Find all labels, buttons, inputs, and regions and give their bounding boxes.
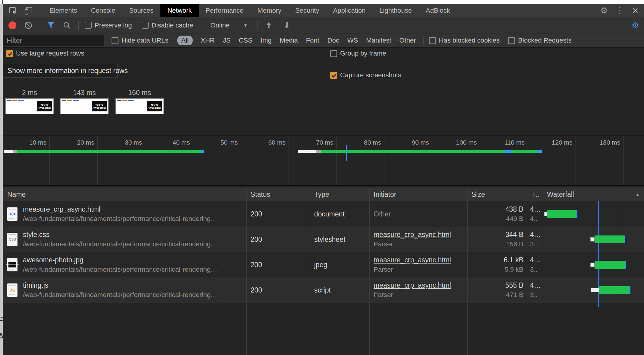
use-large-request-rows-label: Use large request rows (16, 50, 84, 57)
request-name: timing.js (23, 281, 217, 289)
filter-type-manifest[interactable]: Manifest (366, 37, 391, 44)
search-icon[interactable] (63, 21, 71, 30)
frame-screenshot[interactable]: You're Awesome! (60, 98, 109, 114)
cell-name: You're Awesome!awesome-photo.jpg/web-fun… (3, 252, 246, 277)
request-row[interactable]: <>measure_crp_async.html/web-fundamental… (3, 201, 644, 227)
frame-screenshot[interactable]: You're Awesome! (115, 98, 164, 114)
tab-memory[interactable]: Memory (251, 4, 288, 17)
filter-type-other[interactable]: Other (399, 37, 416, 44)
filter-type-xhr[interactable]: XHR (201, 37, 215, 44)
timeline-overview[interactable]: 10 ms20 ms30 ms40 ms50 ms60 ms70 ms80 ms… (3, 136, 644, 186)
file-icon-glyph: JS (10, 288, 15, 293)
hide-data-urls-checkbox[interactable] (112, 37, 118, 44)
tab-application[interactable]: Application (326, 4, 373, 17)
filter-type-js[interactable]: JS (223, 37, 231, 44)
hide-data-urls-label: Hide data URLs (122, 37, 168, 44)
filter-type-img[interactable]: Img (260, 37, 272, 44)
edge-letter: P (0, 314, 3, 326)
tab-performance[interactable]: Performance (199, 4, 251, 17)
column-header-initiator[interactable]: Initiator (369, 187, 467, 201)
waterfall-bar-segment (595, 235, 624, 243)
column-header-waterfall[interactable]: Waterfall▲ (543, 187, 644, 201)
request-row[interactable]: CSSstyle.css/web-fundamentals/fundamenta… (3, 227, 644, 252)
cell-time: 4…4.. (528, 201, 543, 227)
timeline-tick-label: 90 ms (381, 139, 429, 146)
column-header-name[interactable]: Name (3, 187, 246, 201)
filmstrip-frame[interactable]: 2 msYou're Awesome! (5, 89, 54, 114)
header-segment (7, 100, 11, 101)
initiator-link[interactable]: measure_crp_async.html (374, 256, 451, 264)
filter-type-css[interactable]: CSS (239, 37, 252, 44)
name-wrap: You're Awesome!awesome-photo.jpg/web-fun… (7, 252, 246, 277)
tab-sources[interactable]: Sources (122, 4, 160, 17)
waterfall-bar-segment (595, 261, 625, 269)
initiator-link[interactable]: measure_crp_async.html (374, 231, 451, 239)
export-har-icon[interactable] (283, 21, 291, 29)
throttling-select[interactable]: Online (210, 21, 230, 29)
import-har-icon[interactable] (265, 21, 273, 29)
inspect-element-icon[interactable] (8, 6, 17, 15)
preserve-log-checkbox[interactable] (85, 22, 92, 29)
filmstrip-frame[interactable]: 160 msYou're Awesome! (115, 89, 164, 114)
overview-bar-segment (316, 150, 321, 153)
column-header-type[interactable]: Type (310, 187, 369, 201)
tab-security[interactable]: Security (288, 4, 326, 17)
requests-table-header: NameStatusTypeInitiatorSizeT..Waterfall▲ (3, 187, 644, 202)
use-large-request-rows-checkbox[interactable] (6, 50, 13, 57)
request-row[interactable]: You're Awesome!awesome-photo.jpg/web-fun… (3, 252, 644, 277)
network-settings-gear-icon[interactable]: ⚙ (632, 21, 639, 30)
cell-initiator: measure_crp_async.htmlParser (369, 227, 467, 252)
column-header-time[interactable]: T.. (528, 187, 543, 201)
filter-funnel-icon[interactable] (47, 21, 55, 29)
load-event-line (346, 145, 347, 161)
clear-network-log-icon[interactable] (24, 21, 33, 30)
group-by-frame-checkbox[interactable] (330, 50, 337, 57)
blocked-requests-checkbox[interactable] (508, 37, 515, 44)
device-toolbar-icon[interactable] (24, 6, 33, 15)
more-menu-icon[interactable]: ⋮ (616, 6, 624, 15)
sort-asc-icon[interactable]: ▲ (635, 192, 640, 197)
tab-elements[interactable]: Elements (43, 4, 84, 17)
has-blocked-cookies-checkbox[interactable] (429, 37, 436, 44)
filter-type-all[interactable]: All (177, 36, 192, 45)
name-text: measure_crp_async.html/web-fundamentals/… (23, 205, 217, 223)
timeline-tick-label: 120 ms (525, 139, 573, 146)
record-network-log-icon[interactable] (8, 21, 16, 29)
name-wrap: <>measure_crp_async.html/web-fundamental… (7, 201, 246, 227)
filter-type-ws[interactable]: WS (347, 37, 358, 44)
time-latency: 3.. (530, 291, 537, 299)
overview-bar-segment (512, 150, 537, 153)
tab-network[interactable]: Network (160, 4, 199, 17)
waterfall-bar-segment (599, 286, 629, 294)
size-transferred: 6.1 kB (504, 256, 523, 264)
overview-bar-segment (321, 150, 504, 153)
filter-input[interactable] (3, 35, 104, 46)
close-devtools-icon[interactable] (632, 7, 639, 14)
resource-type-filters: AllXHRJSCSSImgMediaFontDocWSManifestOthe… (177, 36, 416, 45)
name-text: awesome-photo.jpg/web-fundamentals/funda… (23, 256, 217, 273)
column-header-status[interactable]: Status (246, 187, 310, 201)
request-row[interactable]: JStiming.js/web-fundamentals/fundamental… (3, 277, 644, 303)
tab-adblock[interactable]: AdBlock (419, 4, 457, 17)
disable-cache-checkbox[interactable] (142, 22, 149, 29)
waterfall-bar-segment (591, 288, 599, 292)
tab-lighthouse[interactable]: Lighthouse (372, 4, 419, 17)
filter-type-media[interactable]: Media (280, 37, 298, 44)
name-wrap: CSSstyle.css/web-fundamentals/fundamenta… (7, 227, 246, 252)
frame-screenshot[interactable]: You're Awesome! (5, 98, 54, 114)
name-text: style.css/web-fundamentals/fundamentals/… (23, 231, 217, 248)
cell-waterfall (543, 252, 644, 277)
html-file-icon: <> (7, 207, 17, 221)
filter-type-font[interactable]: Font (306, 37, 319, 44)
settings-gear-icon[interactable]: ⚙ (600, 6, 608, 15)
throttling-caret-icon[interactable]: ▼ (243, 23, 248, 28)
header-segment (67, 100, 72, 101)
tab-console[interactable]: Console (84, 4, 122, 17)
filmstrip-frame[interactable]: 143 msYou're Awesome! (60, 89, 109, 114)
initiator-link[interactable]: measure_crp_async.html (374, 281, 451, 289)
filter-type-doc[interactable]: Doc (327, 37, 339, 44)
timeline-tick-label: 110 ms (477, 139, 525, 146)
overview-bar-segment (13, 150, 17, 153)
column-header-size[interactable]: Size (467, 187, 528, 201)
capture-screenshots-checkbox[interactable] (330, 72, 337, 79)
